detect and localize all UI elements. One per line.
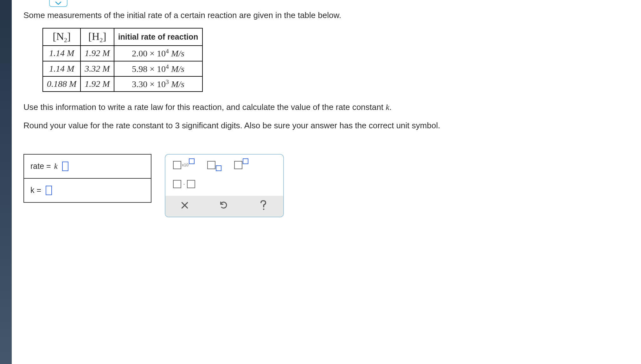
palette-row-1: x10 [170, 158, 278, 177]
answer-area: rate = k k = x10 [23, 154, 625, 217]
close-icon [181, 201, 189, 209]
table-row: 1.14 M 3.32 M 5.98 × 104 M/s [43, 61, 202, 76]
palette-row-2: · [170, 177, 278, 196]
palette-footer [165, 196, 283, 217]
header-h2: [H2] [80, 28, 114, 46]
k-label: k = [30, 186, 41, 195]
question-content: Some measurements of the initial rate of… [23, 10, 625, 217]
rate-label: rate = [30, 162, 51, 171]
k-value-input[interactable] [46, 186, 52, 195]
cell-h2: 3.32 M [80, 61, 114, 76]
question-icon [259, 200, 268, 210]
collapse-toggle-button[interactable] [49, 0, 67, 7]
multiply-dot-button[interactable]: · [173, 180, 195, 188]
instruction-1: Use this information to write a rate law… [23, 101, 625, 113]
k-symbol: k [54, 162, 58, 171]
k-value-row: k = [24, 179, 151, 202]
answer-box: rate = k k = [23, 154, 151, 203]
cell-rate: 2.00 × 104 M/s [114, 46, 202, 61]
rate-law-input[interactable] [62, 162, 68, 171]
header-rate: initial rate of reaction [114, 28, 202, 46]
undo-icon [219, 201, 228, 209]
rate-law-row: rate = k [24, 155, 151, 179]
table-row: 0.188 M 1.92 M 3.30 × 103 M/s [43, 76, 202, 92]
undo-button[interactable] [219, 200, 228, 212]
subscript-button[interactable] [207, 161, 221, 169]
header-n2: [N2] [43, 28, 80, 46]
data-table: [N2] [H2] initial rate of reaction 1.14 … [42, 28, 203, 92]
help-button[interactable] [259, 200, 268, 213]
instruction-2: Round your value for the rate constant t… [23, 120, 625, 132]
intro-text: Some measurements of the initial rate of… [23, 10, 625, 22]
equation-palette: x10 · [165, 154, 284, 217]
cell-rate: 5.98 × 104 M/s [114, 61, 202, 76]
table-header-row: [N2] [H2] initial rate of reaction [43, 28, 202, 46]
table-row: 1.14 M 1.92 M 2.00 × 104 M/s [43, 46, 202, 61]
chevron-down-icon [55, 1, 62, 5]
scientific-notation-button[interactable]: x10 [173, 161, 195, 169]
cell-n2: 1.14 M [43, 61, 80, 76]
left-sidebar-strip [0, 0, 12, 364]
cell-n2: 1.14 M [43, 46, 80, 61]
cell-h2: 1.92 M [80, 76, 114, 92]
svg-point-2 [263, 208, 264, 210]
cell-rate: 3.30 × 103 M/s [114, 76, 202, 92]
cell-n2: 0.188 M [43, 76, 80, 92]
cell-h2: 1.92 M [80, 46, 114, 61]
superscript-button[interactable] [234, 161, 248, 169]
clear-button[interactable] [181, 200, 189, 212]
